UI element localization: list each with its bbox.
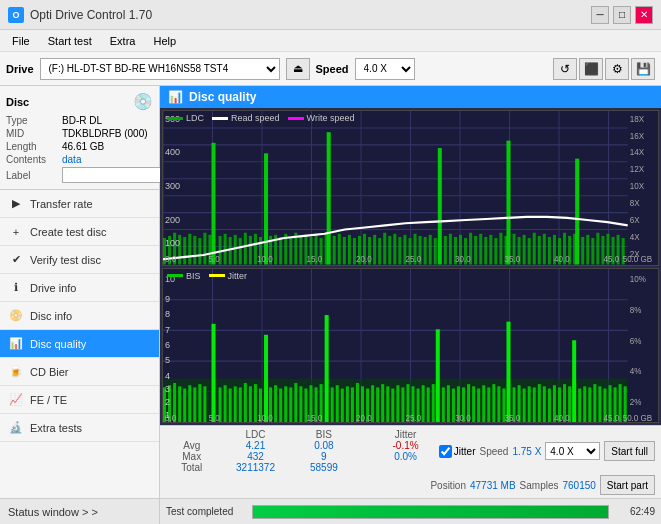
speed-info: Speed 1.75 X 4.0 X [479,442,600,460]
time-display: 62:49 [615,506,655,517]
title-bar: O Opti Drive Control 1.70 ─ □ ✕ [0,0,661,30]
svg-text:8X: 8X [630,199,640,208]
svg-rect-61 [373,235,376,265]
svg-rect-207 [447,385,450,422]
length-label: Length [6,141,58,152]
svg-text:30.0: 30.0 [455,255,471,264]
save-button[interactable]: 💾 [631,58,655,80]
svg-text:4: 4 [165,369,170,380]
speed-select-stat[interactable]: 4.0 X [545,442,600,460]
position-info: Position 47731 MB Samples 760150 [430,480,595,491]
stats-avg-jitter: -0.1% [376,440,434,451]
svg-text:8%: 8% [630,304,642,314]
ldc-chart-svg: 18X 16X 14X 12X 10X 8X 6X 4X 2X 0.0 5.0 … [163,111,658,265]
svg-text:45.0: 45.0 [603,413,619,422]
minimize-button[interactable]: ─ [591,6,609,24]
drive-select[interactable]: (F:) HL-DT-ST BD-RE WH16NS58 TST4 [40,58,280,80]
disc-info-icon: 📀 [8,308,24,324]
stats-max-jitter: 0.0% [376,451,434,462]
verify-disc-icon: ✔ [8,252,24,268]
svg-rect-92 [528,238,531,264]
stats-col-jitter: Jitter [376,429,434,440]
maximize-button[interactable]: □ [613,6,631,24]
sidebar-item-verify-test-disc[interactable]: ✔ Verify test disc [0,246,159,274]
svg-rect-66 [398,237,401,265]
sidebar-nav: ▶ Transfer rate + Create test disc ✔ Ver… [0,190,159,498]
menu-extra[interactable]: Extra [102,33,144,49]
stats-total-empty [354,462,376,473]
svg-rect-186 [341,388,344,422]
svg-text:6X: 6X [630,216,640,225]
svg-rect-213 [477,388,480,422]
sidebar-item-create-test-disc[interactable]: + Create test disc [0,218,159,246]
svg-rect-227 [548,388,551,422]
menu-help[interactable]: Help [145,33,184,49]
stats-table: LDC BIS Jitter Avg 4.21 0.08 -0.1% Max [166,429,435,473]
svg-text:100: 100 [165,238,180,248]
ldc-legend-color [167,117,183,120]
start-part-button[interactable]: Start part [600,475,655,495]
jitter-checkbox[interactable] [439,445,452,458]
svg-rect-222 [523,388,526,422]
svg-rect-174 [279,388,282,422]
label-label: Label [6,170,58,181]
speed-label-stat: Speed [479,446,508,457]
stats-avg-empty [354,440,376,451]
jitter-legend-label: Jitter [228,271,248,281]
svg-rect-62 [378,238,381,264]
start-full-button[interactable]: Start full [604,441,655,461]
svg-text:2: 2 [165,395,170,406]
stop-button[interactable]: ⬛ [579,58,603,80]
svg-rect-233 [578,388,581,422]
refresh-button[interactable]: ↺ [553,58,577,80]
eject-button[interactable]: ⏏ [286,58,310,80]
sidebar-item-transfer-rate[interactable]: ▶ Transfer rate [0,190,159,218]
cd-bier-icon: 🍺 [8,364,24,380]
label-input[interactable] [62,167,176,183]
svg-rect-72 [429,235,432,265]
bis-legend-label: BIS [186,271,201,281]
svg-rect-183 [325,315,329,422]
speed-select[interactable]: 4.0 X [355,58,415,80]
settings-button[interactable]: ⚙ [605,58,629,80]
sidebar-item-cd-bier[interactable]: 🍺 CD Bier [0,358,159,386]
stats-max-ldc: 432 [217,451,293,462]
svg-text:300: 300 [165,181,180,191]
menu-file[interactable]: File [4,33,38,49]
bis-chart-svg: 10% 8% 6% 4% 2% 10 9 8 7 6 5 4 3 2 1 [163,269,658,423]
main-area: Disc 💿 Type BD-R DL MID TDKBLDRFB (000) … [0,86,661,524]
svg-text:15.0: 15.0 [306,413,322,422]
stats-max-label: Max [166,451,217,462]
sidebar-item-disc-info[interactable]: 📀 Disc info [0,302,159,330]
svg-rect-224 [533,387,536,422]
close-button[interactable]: ✕ [635,6,653,24]
svg-rect-168 [249,386,252,422]
contents-label: Contents [6,154,58,165]
svg-rect-76 [449,234,452,265]
create-disc-icon: + [8,224,24,240]
status-window-button[interactable]: Status window > > [0,498,159,524]
svg-text:3: 3 [165,382,170,393]
svg-rect-158 [193,387,196,422]
position-label: Position [430,480,466,491]
svg-rect-93 [533,233,536,265]
svg-rect-82 [479,234,482,265]
svg-rect-159 [198,384,201,422]
read-speed-legend-item: Read speed [212,113,280,123]
sidebar: Disc 💿 Type BD-R DL MID TDKBLDRFB (000) … [0,86,160,524]
speed-label: Speed [316,63,349,75]
svg-rect-206 [442,387,445,422]
sidebar-item-fe-te[interactable]: 📈 FE / TE [0,386,159,414]
sidebar-item-extra-tests[interactable]: 🔬 Extra tests [0,414,159,442]
fe-te-icon: 📈 [8,392,24,408]
svg-rect-219 [506,321,510,422]
menu-start-test[interactable]: Start test [40,33,100,49]
svg-rect-215 [487,387,490,422]
sidebar-item-disc-quality[interactable]: 📊 Disc quality [0,330,159,358]
sidebar-item-drive-info[interactable]: ℹ Drive info [0,274,159,302]
svg-rect-205 [436,329,440,422]
svg-rect-157 [188,385,191,422]
svg-text:10.0: 10.0 [257,255,273,264]
svg-text:9: 9 [165,292,170,303]
svg-rect-177 [294,383,297,422]
